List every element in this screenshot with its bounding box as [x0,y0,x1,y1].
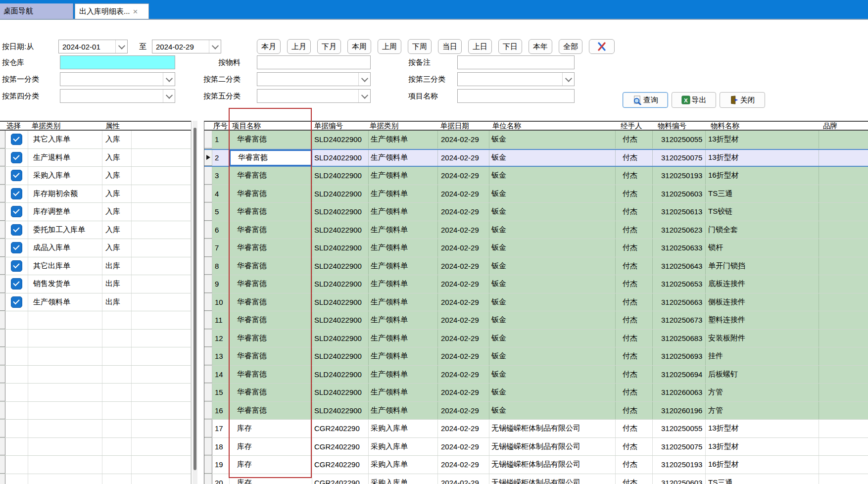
doc-no-cell[interactable]: SLD24022900 [312,347,369,365]
date-cell[interactable]: 2024-02-29 [438,239,489,257]
seq-cell[interactable]: 20 [212,474,230,484]
doc-no-cell[interactable]: SLD24022900 [312,402,369,420]
handler-cell[interactable]: 付杰 [616,167,653,185]
unit-cell[interactable]: 钣金 [489,203,616,221]
mat-no-cell[interactable]: 3120250694 [653,366,706,384]
mat-no-cell[interactable]: 3120250055 [653,420,706,437]
date-cell[interactable]: 2024-02-29 [438,420,489,437]
doc-no-cell[interactable]: CGR2402290 [312,474,369,484]
mat-name-cell[interactable]: 13折型材 [706,438,819,456]
unit-cell[interactable]: 钣金 [489,330,616,347]
detail-row[interactable]: 6华睿富德SLD24022900生产领料单2024-02-29钣金付杰31202… [204,221,868,240]
brand-cell[interactable] [819,347,868,365]
doc-no-cell[interactable]: SLD24022900 [312,185,369,203]
doc-type-checkbox-cell[interactable] [5,203,28,221]
doc-no-cell[interactable]: SLD24022900 [312,203,369,221]
seq-cell[interactable]: 11 [212,311,230,329]
brand-cell[interactable] [819,221,868,239]
seq-cell[interactable]: 7 [212,239,230,257]
material-input[interactable] [257,55,371,69]
detail-row[interactable]: 3华睿富德SLD24022900生产领料单2024-02-29钣金付杰31202… [204,167,868,185]
mat-no-cell[interactable]: 3120250683 [653,330,706,347]
quick-range-button[interactable]: 上月 [287,39,311,54]
unit-cell[interactable]: 钣金 [489,347,616,365]
mat-no-cell[interactable]: 3120250663 [653,293,706,311]
doc-type-name-cell[interactable]: 库存调整单 [28,203,102,221]
header-date[interactable]: 单据日期 [438,122,489,130]
doc-no-cell[interactable]: SLD24022900 [312,131,369,148]
project-cell[interactable]: 华睿富德 [230,275,312,293]
mat-name-cell[interactable]: 方管 [706,384,819,401]
brand-cell[interactable] [819,384,868,401]
unit-cell[interactable]: 无锡镒嵘柜体制品有限公司 [489,420,616,437]
doc-no-cell[interactable]: SLD24022900 [312,366,369,384]
project-cell[interactable]: 库存 [230,438,312,456]
handler-cell[interactable]: 付杰 [616,347,653,365]
doc-type-checkbox-cell[interactable] [5,185,28,203]
doc-no-cell[interactable]: SLD24022900 [312,293,369,311]
category2-dropdown[interactable] [358,73,370,86]
project-name-input[interactable] [457,89,575,103]
seq-cell[interactable]: 14 [212,366,230,384]
doc-type-name-cell[interactable]: 成品入库单 [28,239,102,257]
doc-type-attr-cell[interactable] [102,456,132,474]
date-cell[interactable]: 2024-02-29 [438,293,489,311]
warehouse-input[interactable] [60,55,175,69]
doc-type-name-cell[interactable]: 其它出库单 [28,257,102,275]
date-cell[interactable]: 2024-02-29 [438,402,489,420]
tab-close-icon[interactable]: × [133,7,138,16]
date-cell[interactable]: 2024-02-29 [438,167,489,185]
doc-type-cell[interactable]: 生产领料单 [369,239,438,257]
mat-no-cell[interactable]: 3120250075 [653,150,706,166]
doc-type-checkbox-cell[interactable] [5,275,28,293]
project-cell[interactable]: 华睿富德 [230,131,312,148]
doc-type-cell[interactable]: 生产领料单 [369,384,438,401]
header-mat-no[interactable]: 物料编号 [653,122,706,130]
mat-no-cell[interactable]: 3120250613 [653,203,706,221]
doc-type-checkbox-cell[interactable] [5,347,28,365]
mat-no-cell[interactable]: 3120250603 [653,474,706,484]
category2-select[interactable] [257,72,371,86]
category5-dropdown[interactable] [358,90,370,102]
handler-cell[interactable]: 付杰 [616,456,653,474]
handler-cell[interactable]: 付杰 [616,185,653,203]
detail-row[interactable]: 16华睿富德SLD24022900生产领料单2024-02-29钣金付杰3120… [204,402,868,420]
doc-type-cell[interactable]: 生产领料单 [369,275,438,293]
quick-range-button[interactable]: 本周 [347,39,371,54]
doc-type-attr-cell[interactable] [102,330,132,347]
doc-type-name-cell[interactable] [28,402,102,420]
seq-cell[interactable]: 16 [212,402,230,420]
date-cell[interactable]: 2024-02-29 [438,347,489,365]
seq-cell[interactable]: 10 [212,293,230,311]
header-doc-no[interactable]: 单据编号 [312,122,369,130]
date-cell[interactable]: 2024-02-29 [438,330,489,347]
doc-type-cell[interactable]: 生产领料单 [369,257,438,275]
doc-type-checkbox-cell[interactable] [5,420,28,437]
project-cell[interactable]: 华睿富德 [230,257,312,275]
brand-cell[interactable] [819,257,868,275]
mat-no-cell[interactable]: 3120250075 [653,438,706,456]
handler-cell[interactable]: 付杰 [616,311,653,329]
doc-type-name-cell[interactable] [28,330,102,347]
seq-cell[interactable]: 1 [212,131,230,148]
date-cell[interactable]: 2024-02-29 [438,456,489,474]
doc-type-attr-cell[interactable]: 入库 [102,203,132,221]
brand-cell[interactable] [819,438,868,456]
unit-cell[interactable]: 钣金 [489,384,616,401]
project-cell[interactable]: 华睿富德 [230,167,312,185]
brand-cell[interactable] [819,311,868,329]
header-unit[interactable]: 单位名称 [489,122,616,130]
mat-no-cell[interactable]: 3120250623 [653,221,706,239]
doc-no-cell[interactable]: SLD24022900 [312,167,369,185]
doc-type-checkbox-cell[interactable] [5,293,28,311]
project-cell[interactable]: 华睿富德 [230,347,312,365]
handler-cell[interactable]: 付杰 [616,221,653,239]
doc-type-table-scrollbar[interactable] [193,121,197,484]
doc-type-attr-cell[interactable]: 入库 [102,167,132,185]
doc-type-checkbox-cell[interactable] [5,167,28,185]
checkbox-checked-icon[interactable] [11,188,22,199]
unit-cell[interactable]: 无锡镒嵘柜体制品有限公司 [489,438,616,456]
brand-cell[interactable] [819,366,868,384]
mat-name-cell[interactable]: 方管 [706,402,819,420]
doc-type-checkbox-cell[interactable] [5,149,28,167]
